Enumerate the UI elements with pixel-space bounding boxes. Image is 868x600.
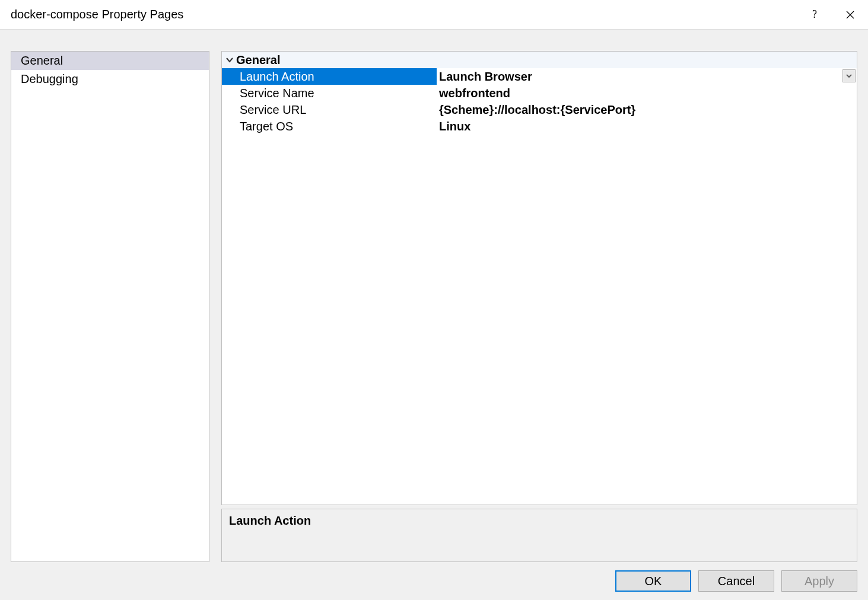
prop-value[interactable]: Linux — [437, 118, 857, 135]
help-button[interactable]: ? — [797, 0, 832, 30]
title-bar: docker-compose Property Pages ? — [0, 0, 868, 30]
dropdown-button[interactable] — [842, 69, 856, 82]
prop-row-service-name[interactable]: Service Name webfrontend — [222, 85, 857, 101]
category-label: General — [236, 53, 280, 67]
apply-button: Apply — [781, 570, 857, 592]
prop-label: Service URL — [222, 101, 437, 118]
button-bar: OK Cancel Apply — [11, 568, 857, 592]
collapse-icon[interactable] — [225, 56, 237, 64]
ok-button[interactable]: OK — [615, 570, 691, 592]
content-panes: General Debugging General Launch Action … — [11, 51, 857, 562]
cancel-button[interactable]: Cancel — [698, 570, 774, 592]
prop-value[interactable]: Launch Browser — [437, 68, 857, 85]
sidebar-item-debugging[interactable]: Debugging — [11, 70, 209, 88]
prop-value-text: {Scheme}://localhost:{ServicePort} — [439, 103, 635, 117]
main-pane: General Launch Action Launch Browser Ser… — [221, 51, 857, 562]
close-button[interactable] — [832, 0, 868, 30]
prop-label: Target OS — [222, 118, 437, 135]
sidebar-item-general[interactable]: General — [11, 52, 209, 70]
prop-value-text: Launch Browser — [439, 70, 532, 84]
prop-label: Service Name — [222, 85, 437, 101]
prop-row-target-os[interactable]: Target OS Linux — [222, 118, 857, 135]
prop-row-service-url[interactable]: Service URL {Scheme}://localhost:{Servic… — [222, 101, 857, 118]
category-header[interactable]: General — [222, 52, 857, 68]
prop-label: Launch Action — [222, 68, 437, 85]
close-icon — [846, 11, 854, 19]
property-grid[interactable]: General Launch Action Launch Browser Ser… — [221, 51, 857, 505]
prop-value-text: Linux — [439, 120, 470, 133]
prop-value[interactable]: webfrontend — [437, 85, 857, 101]
dialog-body: General Debugging General Launch Action … — [0, 30, 868, 600]
category-sidebar[interactable]: General Debugging — [11, 51, 209, 562]
prop-row-launch-action[interactable]: Launch Action Launch Browser — [222, 68, 857, 85]
description-panel: Launch Action — [221, 509, 857, 562]
prop-value[interactable]: {Scheme}://localhost:{ServicePort} — [437, 101, 857, 118]
prop-value-text: webfrontend — [439, 87, 510, 100]
description-title: Launch Action — [229, 514, 850, 528]
chevron-down-icon — [846, 74, 852, 78]
window-title: docker-compose Property Pages — [11, 8, 797, 21]
